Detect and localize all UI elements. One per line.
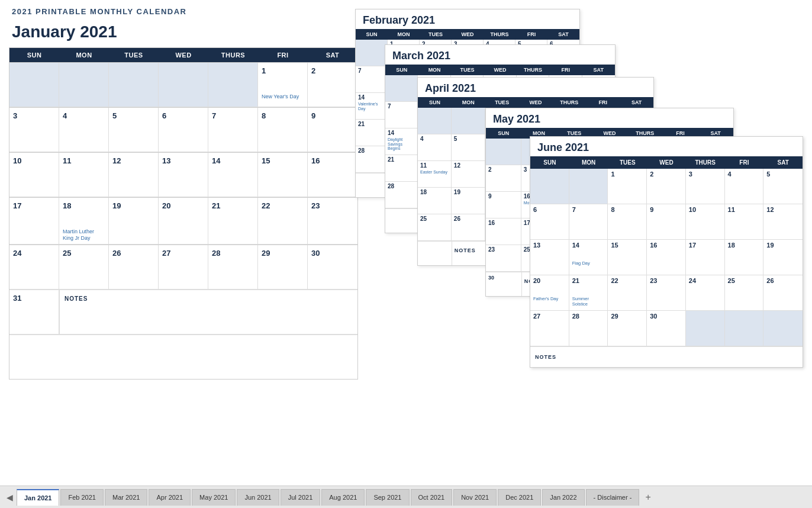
table-row: 14Flag Day <box>569 240 608 275</box>
table-row: 28 <box>569 311 608 346</box>
table-row: 28 <box>208 245 258 290</box>
june-calendar: June 2021 SUN MON TUES WED THURS FRI SAT… <box>530 136 803 368</box>
mar-header: SUN MON TUES WED THURS FRI SAT <box>385 65 615 75</box>
table-row <box>569 169 608 204</box>
table-row: 9 <box>308 108 357 152</box>
table-row: 22 <box>258 198 308 245</box>
table-row <box>763 311 803 346</box>
table-row: 29 <box>608 311 647 346</box>
day-mon: MON <box>59 48 109 62</box>
tab-jan-2021[interactable]: Jan 2021 <box>17 489 59 506</box>
tab-oct-2021[interactable]: Oct 2021 <box>411 489 453 506</box>
tab-apr-2021[interactable]: Apr 2021 <box>149 489 191 506</box>
tab-add-button[interactable]: + <box>640 492 655 503</box>
table-row: 25 <box>59 245 109 290</box>
table-row <box>725 311 764 346</box>
jan-header: SUN MON TUES WED THURS FRI SAT <box>9 48 357 62</box>
page-title: 2021 PRINTABLE MONTHLY CALENDAR <box>12 7 186 16</box>
table-row: 17 <box>9 198 59 245</box>
table-row: 15 <box>608 240 647 275</box>
jan-lastrow: 31 NOTES <box>9 290 357 335</box>
tab-jun-2021[interactable]: Jun 2021 <box>237 489 279 506</box>
feb-header: SUN MON TUES WED THURS FRI SAT <box>356 29 579 40</box>
tab-disclaimer[interactable]: - Disclaimer - <box>586 489 640 506</box>
tab-dec-2021[interactable]: Dec 2021 <box>498 489 541 506</box>
table-row: 15 <box>258 153 308 197</box>
day-sun: SUN <box>9 48 59 62</box>
table-row: 10 <box>9 153 59 197</box>
table-row: 30 <box>647 311 686 346</box>
table-row: 10 <box>686 204 725 240</box>
table-row: 5 <box>109 108 159 152</box>
table-row <box>159 63 208 107</box>
tab-jul-2021[interactable]: Jul 2021 <box>281 489 321 506</box>
table-row: 3 <box>9 108 59 152</box>
june-header: SUN MON TUES WED THURS FRI SAT <box>530 156 803 169</box>
table-row: 2 <box>647 169 686 204</box>
table-row <box>9 63 59 107</box>
january-title: January 2021 <box>12 22 117 41</box>
tab-aug-2021[interactable]: Aug 2021 <box>321 489 365 506</box>
tab-sep-2021[interactable]: Sep 2021 <box>366 489 409 506</box>
june-title: June 2021 <box>530 137 803 156</box>
jan-week2: 3 4 5 6 7 8 9 <box>9 107 357 152</box>
tab-may-2021[interactable]: May 2021 <box>192 489 236 506</box>
table-row: 19 <box>763 240 803 275</box>
may-title: May 2021 <box>486 108 733 128</box>
table-row: 13 <box>530 240 569 275</box>
mar-title: March 2021 <box>385 45 615 65</box>
table-row: 25 <box>725 275 764 311</box>
table-row: 31 <box>9 290 59 335</box>
jan-week4: 17 18 Martin LutherKing Jr Day 19 20 21 … <box>9 197 357 245</box>
table-row: 1 New Year's Day <box>258 63 308 107</box>
table-row: 19 <box>109 198 159 245</box>
day-sat: SAT <box>308 48 357 62</box>
table-row: 26 <box>763 275 803 311</box>
apr-header: SUN MON TUES WED THURS FRI SAT <box>418 97 653 108</box>
main-content: 2021 PRINTABLE MONTHLY CALENDAR January … <box>0 0 812 486</box>
january-calendar: SUN MON TUES WED THURS FRI SAT 1 New Yea… <box>9 47 358 380</box>
table-row: 6 <box>159 108 208 152</box>
feb-title: February 2021 <box>356 9 579 29</box>
table-row: 7 <box>208 108 258 152</box>
table-row: 18 <box>725 240 764 275</box>
notes-extra <box>9 335 357 379</box>
tab-nov-2021[interactable]: Nov 2021 <box>453 489 497 506</box>
table-row: 27 <box>159 245 208 290</box>
table-row: 14 <box>208 153 258 197</box>
table-row: 1 <box>608 169 647 204</box>
apr-title: April 2021 <box>418 78 653 97</box>
jan-week5: 24 25 26 27 28 29 30 <box>9 245 357 290</box>
tab-feb-2021[interactable]: Feb 2021 <box>60 489 103 506</box>
day-tues: TUES <box>109 48 159 62</box>
table-row: 21SummerSolstice <box>569 275 608 311</box>
table-row: 20Father's Day <box>530 275 569 311</box>
table-row: 9 <box>647 204 686 240</box>
tab-jan-2022[interactable]: Jan 2022 <box>542 489 584 506</box>
table-row: 2 <box>308 63 357 107</box>
table-row: 26 <box>109 245 159 290</box>
table-row: 8 <box>258 108 308 152</box>
table-row: 8 <box>608 204 647 240</box>
table-row <box>686 311 725 346</box>
table-row: 30 <box>308 245 357 290</box>
table-row: 16 <box>647 240 686 275</box>
notes-area: NOTES <box>59 290 357 335</box>
table-row: 22 <box>608 275 647 311</box>
tab-mar-2021[interactable]: Mar 2021 <box>105 489 147 506</box>
table-row: 29 <box>258 245 308 290</box>
table-row: 16 <box>308 153 357 197</box>
tab-bar: ◀ Jan 2021 Feb 2021 Mar 2021 Apr 2021 Ma… <box>0 486 812 508</box>
table-row: 21 <box>208 198 258 245</box>
table-row: 27 <box>530 311 569 346</box>
jan-week1: 1 New Year's Day 2 <box>9 62 357 107</box>
table-row: 20 <box>159 198 208 245</box>
table-row <box>530 169 569 204</box>
table-row: 4 <box>59 108 109 152</box>
table-row: 13 <box>159 153 208 197</box>
jan-week3: 10 11 12 13 14 15 16 <box>9 152 357 197</box>
tab-nav-left[interactable]: ◀ <box>3 493 17 502</box>
table-row: 17 <box>686 240 725 275</box>
day-thurs: THURS <box>208 48 258 62</box>
day-wed: WED <box>159 48 208 62</box>
